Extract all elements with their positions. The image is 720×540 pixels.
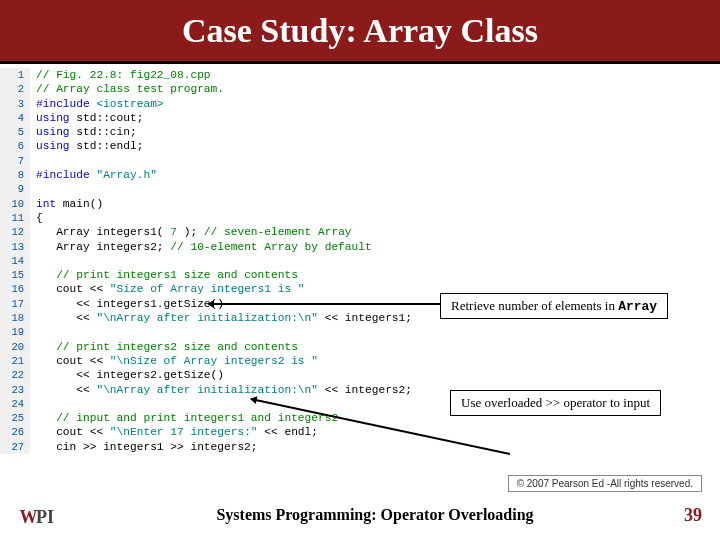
code-content <box>30 182 43 196</box>
code-content <box>30 397 43 411</box>
code-content: << "\nArray after initialization:\n" << … <box>30 311 412 325</box>
line-number: 5 <box>0 125 30 139</box>
code-line: 13 Array integers2; // 10-element Array … <box>0 240 720 254</box>
line-number: 3 <box>0 97 30 111</box>
line-number: 20 <box>0 340 30 354</box>
code-content: << "\nArray after initialization:\n" << … <box>30 383 412 397</box>
code-content: // Fig. 22.8: fig22_08.cpp <box>30 68 211 82</box>
code-line: 26 cout << "\nEnter 17 integers:" << end… <box>0 425 720 439</box>
code-content: int main() <box>30 197 103 211</box>
code-line: 22 << integers2.getSize() <box>0 368 720 382</box>
line-number: 7 <box>0 154 30 168</box>
callout-retrieve-mono: Array <box>618 299 657 314</box>
code-content: << integers1.getSize() <box>30 297 224 311</box>
svg-text:W: W <box>20 507 38 527</box>
code-line: 4using std::cout; <box>0 111 720 125</box>
code-line: 20 // print integers2 size and contents <box>0 340 720 354</box>
line-number: 1 <box>0 68 30 82</box>
code-line: 19 <box>0 325 720 339</box>
line-number: 23 <box>0 383 30 397</box>
slide-title: Case Study: Array Class <box>182 12 538 50</box>
code-line: 27 cin >> integers1 >> integers2; <box>0 440 720 454</box>
code-content: using std::cout; <box>30 111 143 125</box>
code-content: #include <iostream> <box>30 97 164 111</box>
code-content: // print integers2 size and contents <box>30 340 298 354</box>
line-number: 10 <box>0 197 30 211</box>
code-content <box>30 154 43 168</box>
slide-footer: W PI Systems Programming: Operator Overl… <box>0 500 720 530</box>
code-content: cout << "\nSize of Array integers2 is " <box>30 354 318 368</box>
code-line: 14 <box>0 254 720 268</box>
code-content <box>30 254 43 268</box>
code-content: #include "Array.h" <box>30 168 157 182</box>
code-line: 2// Array class test program. <box>0 82 720 96</box>
code-line: 6using std::endl; <box>0 139 720 153</box>
arrow-retrieve <box>213 303 440 305</box>
line-number: 26 <box>0 425 30 439</box>
line-number: 22 <box>0 368 30 382</box>
svg-text:PI: PI <box>36 507 54 527</box>
code-content: Array integers1( 7 ); // seven-element A… <box>30 225 352 239</box>
code-line: 21 cout << "\nSize of Array integers2 is… <box>0 354 720 368</box>
code-content: // print integers1 size and contents <box>30 268 298 282</box>
copyright-notice: © 2007 Pearson Ed -All rights reserved. <box>508 475 702 492</box>
code-content: { <box>30 211 43 225</box>
line-number: 24 <box>0 397 30 411</box>
line-number: 15 <box>0 268 30 282</box>
line-number: 14 <box>0 254 30 268</box>
code-line: 7 <box>0 154 720 168</box>
code-content: << integers2.getSize() <box>30 368 224 382</box>
code-content: // Array class test program. <box>30 82 224 96</box>
callout-overload-text: Use overloaded >> operator to input <box>461 395 650 410</box>
line-number: 11 <box>0 211 30 225</box>
footer-text: Systems Programming: Operator Overloadin… <box>66 506 684 524</box>
line-number: 9 <box>0 182 30 196</box>
line-number: 12 <box>0 225 30 239</box>
wpi-logo: W PI <box>18 500 66 530</box>
line-number: 2 <box>0 82 30 96</box>
callout-retrieve-text: Retrieve number of elements in <box>451 298 618 313</box>
code-content: using std::endl; <box>30 139 143 153</box>
code-content: // input and print integers1 and integer… <box>30 411 338 425</box>
code-line: 8#include "Array.h" <box>0 168 720 182</box>
callout-retrieve: Retrieve number of elements in Array <box>440 293 668 319</box>
line-number: 27 <box>0 440 30 454</box>
code-line: 10int main() <box>0 197 720 211</box>
line-number: 13 <box>0 240 30 254</box>
line-number: 18 <box>0 311 30 325</box>
line-number: 19 <box>0 325 30 339</box>
line-number: 16 <box>0 282 30 296</box>
line-number: 17 <box>0 297 30 311</box>
code-content: Array integers2; // 10-element Array by … <box>30 240 372 254</box>
line-number: 6 <box>0 139 30 153</box>
code-content: cout << "Size of Array integers1 is " <box>30 282 305 296</box>
code-content <box>30 325 43 339</box>
callout-overload: Use overloaded >> operator to input <box>450 390 661 416</box>
slide-header: Case Study: Array Class <box>0 0 720 64</box>
code-content: cin >> integers1 >> integers2; <box>30 440 258 454</box>
code-line: 15 // print integers1 size and contents <box>0 268 720 282</box>
code-content: cout << "\nEnter 17 integers:" << endl; <box>30 425 318 439</box>
line-number: 21 <box>0 354 30 368</box>
page-number: 39 <box>684 505 702 526</box>
code-content: using std::cin; <box>30 125 137 139</box>
code-line: 11{ <box>0 211 720 225</box>
code-line: 12 Array integers1( 7 ); // seven-elemen… <box>0 225 720 239</box>
code-line: 1// Fig. 22.8: fig22_08.cpp <box>0 68 720 82</box>
line-number: 8 <box>0 168 30 182</box>
line-number: 4 <box>0 111 30 125</box>
code-line: 5using std::cin; <box>0 125 720 139</box>
code-line: 3#include <iostream> <box>0 97 720 111</box>
code-line: 9 <box>0 182 720 196</box>
line-number: 25 <box>0 411 30 425</box>
